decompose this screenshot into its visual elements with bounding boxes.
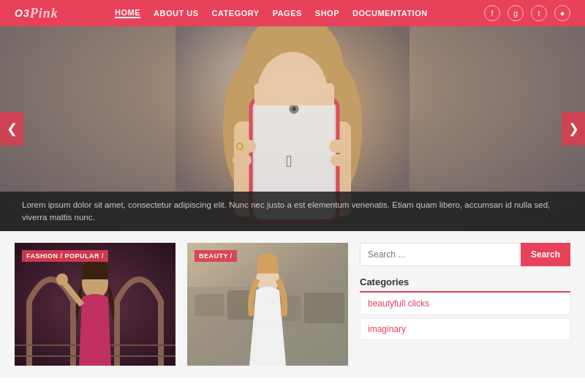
svg-rect-16: [329, 140, 350, 153]
post-card-beauty[interactable]: BEAUTY /: [187, 243, 348, 366]
svg-rect-17: [331, 154, 350, 166]
search-bar: Search: [360, 243, 570, 266]
hero-caption: Lorem ipsum dolor sit amet, consectetur …: [0, 192, 585, 232]
hero-next-button[interactable]: ❯: [562, 112, 585, 146]
svg-point-24: [56, 274, 68, 285]
svg-point-11: [292, 107, 296, 111]
sidebar: Search Categories beautyfull clicksimagi…: [360, 243, 570, 366]
post-card-fashion[interactable]: FASHION / POPULAR /: [15, 243, 176, 366]
nav-item-pages[interactable]: PAGES: [273, 9, 302, 18]
categories-list: beautyfull clicksimaginary: [360, 293, 570, 340]
nav-item-documentation[interactable]: DOCUMENTATION: [352, 9, 428, 18]
twitter-icon[interactable]: t: [531, 5, 547, 21]
nav-item-category[interactable]: CATEGORY: [212, 9, 260, 18]
search-input[interactable]: [360, 243, 521, 266]
fashion-tag: FASHION / POPULAR /: [22, 250, 108, 262]
main-nav: HOMEABOUT USCATEGORYPAGESSHOPDOCUMENTATI…: [115, 8, 428, 18]
nav-item-home[interactable]: HOME: [115, 8, 140, 18]
facebook-icon[interactable]: f: [484, 5, 500, 21]
search-button[interactable]: Search: [521, 243, 570, 266]
category-item[interactable]: imaginary: [360, 318, 570, 340]
logo-pink: Pink: [30, 6, 58, 21]
header: O3 Pink HOMEABOUT USCATEGORYPAGESSHOPDOC…: [0, 0, 585, 26]
category-item[interactable]: beautyfull clicks: [360, 293, 570, 314]
googleplus-icon[interactable]: g: [507, 5, 524, 21]
beauty-tag: BEAUTY /: [195, 250, 237, 262]
categories-title: Categories: [360, 276, 570, 293]
nav-item-about-us[interactable]: ABOUT US: [154, 9, 198, 18]
hero-prev-button[interactable]: ❮: [0, 112, 23, 146]
svg-rect-27: [195, 294, 224, 316]
nav-item-shop[interactable]: SHOP: [315, 9, 339, 18]
social-icons: f g t ●: [484, 5, 570, 21]
hero-section:  ❮ ❯ Lorem ipsum dolor sit amet, consec…: [0, 26, 585, 231]
svg-rect-15: [233, 154, 252, 166]
logo-o3: O3: [15, 7, 30, 19]
content-area: FASHION / POPULAR /: [0, 231, 585, 377]
categories-section: Categories beautyfull clicksimaginary: [360, 276, 570, 340]
svg-rect-14: [235, 140, 256, 153]
svg-rect-13: [254, 83, 334, 105]
svg-text:: : [286, 152, 292, 170]
instagram-icon[interactable]: ●: [554, 5, 570, 21]
logo: O3 Pink: [15, 6, 58, 21]
svg-rect-30: [304, 293, 344, 323]
